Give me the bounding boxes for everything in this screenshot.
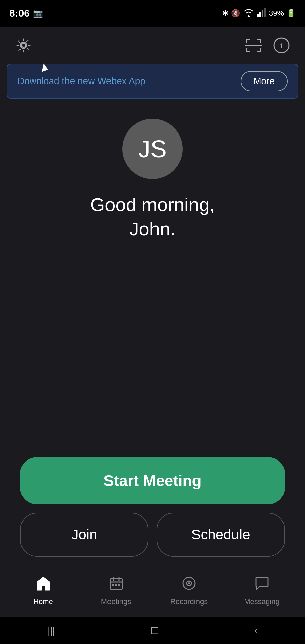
svg-rect-2 [262,10,263,17]
user-avatar[interactable]: JS [122,119,183,179]
home-label: Home [33,597,53,606]
home-icon [35,575,51,595]
start-meeting-button[interactable]: Start Meeting [20,457,285,504]
top-bar-right: i [243,35,292,55]
svg-rect-21 [112,584,114,586]
greeting-text: Good morning, John. [90,193,215,241]
settings-icon[interactable] [13,35,34,55]
svg-rect-0 [257,14,259,17]
svg-point-26 [188,582,190,584]
svg-rect-7 [246,39,247,43]
info-icon[interactable]: i [271,35,292,55]
nav-item-recordings[interactable]: Recordings [169,575,209,606]
schedule-button[interactable]: Schedule [157,513,285,557]
join-button[interactable]: Join [20,513,148,557]
nav-item-messaging[interactable]: Messaging [242,575,282,606]
greeting-line2: John. [90,217,215,241]
home-button[interactable]: ☐ [150,625,159,636]
status-bar: 8:06 📷 ✱ 🔇 39% 🔋 [0,0,305,27]
meetings-label: Meetings [101,597,131,606]
messaging-label: Messaging [244,597,279,606]
scan-icon[interactable] [243,35,263,55]
status-bar-left: 8:06 📷 [9,8,43,19]
banner-text: Download the new Webex App [17,76,145,87]
meetings-icon [108,575,124,595]
secondary-buttons: Join Schedule [20,513,285,557]
svg-point-5 [21,43,26,47]
top-bar: i [0,27,305,64]
system-nav: ||| ☐ ‹ [0,617,305,644]
battery-text: 39% [269,9,284,18]
svg-text:i: i [280,41,282,50]
video-camera-icon: 📷 [33,9,43,18]
recent-apps-button[interactable]: ||| [48,625,55,636]
avatar-section: JS Good morning, John. [0,119,305,241]
recordings-label: Recordings [170,597,208,606]
recordings-icon [181,575,197,595]
nav-item-meetings[interactable]: Meetings [96,575,136,606]
greeting-line1: Good morning, [90,193,215,217]
svg-rect-13 [260,48,261,52]
svg-rect-3 [264,8,266,17]
svg-rect-23 [118,584,120,586]
status-bar-right: ✱ 🔇 39% 🔋 [222,8,296,19]
svg-rect-9 [260,39,261,43]
status-time: 8:06 [9,8,30,19]
back-button[interactable]: ‹ [254,625,257,636]
signal-icon [257,8,266,19]
svg-rect-1 [259,12,261,17]
messaging-icon [254,575,270,595]
mute-icon: 🔇 [231,9,240,18]
nav-item-home[interactable]: Home [23,575,63,606]
action-buttons: Start Meeting Join Schedule [0,457,305,557]
battery-icon: 🔋 [287,9,296,18]
more-button[interactable]: More [241,71,288,91]
svg-rect-22 [115,584,117,586]
bluetooth-icon: ✱ [222,9,228,18]
svg-rect-14 [245,45,262,46]
download-banner[interactable]: Download the new Webex App More [7,64,298,99]
bottom-nav: Home Meetings Recordings [0,564,305,617]
wifi-icon [243,8,254,19]
svg-rect-11 [246,48,247,52]
